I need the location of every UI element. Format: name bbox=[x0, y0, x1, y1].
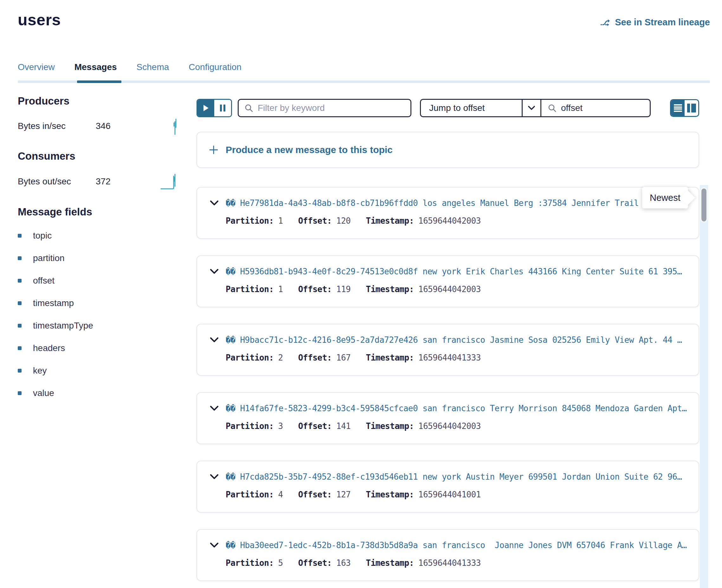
offset-value: 167 bbox=[336, 353, 351, 362]
partition-value: 1 bbox=[278, 285, 283, 294]
field-item-key[interactable]: key bbox=[18, 359, 180, 382]
field-item-headers[interactable]: headers bbox=[18, 337, 180, 359]
field-bullet-icon bbox=[18, 256, 22, 260]
field-item-value[interactable]: value bbox=[18, 382, 180, 404]
list-view-button[interactable] bbox=[671, 100, 685, 116]
message-row-header[interactable]: �� H5936db81-b943-4e0f-8c29-74513e0c0d8f… bbox=[210, 267, 690, 276]
message-row-header[interactable]: �� Hba30eed7-1edc-452b-8b1a-738d3b5d8a9a… bbox=[210, 541, 690, 550]
tab-schema[interactable]: Schema bbox=[137, 62, 169, 72]
chevron-down-icon[interactable] bbox=[210, 474, 219, 480]
offset-label: Offset: bbox=[298, 558, 332, 568]
offset-value: 120 bbox=[336, 216, 351, 226]
partition-label: Partition: bbox=[226, 285, 274, 294]
offset-search-input[interactable] bbox=[561, 103, 643, 113]
message-fields-heading: Message fields bbox=[18, 206, 180, 218]
message-card: �� He77981da-4a43-48ab-b8f8-cb71b96ffdd0… bbox=[197, 187, 699, 239]
view-mode-toggle bbox=[670, 99, 699, 117]
partition-label: Partition: bbox=[226, 558, 274, 568]
message-key-value: �� H9bacc71c-b12c-4216-8e95-2a7da727e426… bbox=[226, 335, 690, 345]
field-bullet-icon bbox=[18, 301, 22, 305]
list-view-icon bbox=[674, 104, 682, 113]
message-row-header[interactable]: �� H9bacc71c-b12c-4216-8e95-2a7da727e426… bbox=[210, 335, 690, 345]
tab-overview[interactable]: Overview bbox=[18, 62, 55, 72]
bytes-in-label: Bytes in/sec bbox=[18, 121, 96, 131]
message-list-scrollbar-thumb[interactable] bbox=[700, 188, 707, 223]
chevron-down-icon[interactable] bbox=[210, 405, 219, 411]
message-list: �� He77981da-4a43-48ab-b8f8-cb71b96ffdd0… bbox=[197, 187, 699, 581]
partition-label: Partition: bbox=[226, 216, 274, 226]
field-item-timestamp[interactable]: timestamp bbox=[18, 292, 180, 314]
field-label: headers bbox=[33, 343, 65, 353]
play-button[interactable] bbox=[198, 100, 214, 116]
offset-value: 163 bbox=[336, 558, 351, 568]
message-meta: Partition:4 Offset:127 Timestamp:1659644… bbox=[226, 490, 690, 499]
active-tab-indicator bbox=[77, 81, 121, 83]
field-item-timestamptype[interactable]: timestampType bbox=[18, 314, 180, 337]
field-bullet-icon bbox=[18, 391, 22, 395]
message-row-header[interactable]: �� H7cda825b-35b7-4952-88ef-c193d546eb11… bbox=[210, 472, 690, 482]
field-label: key bbox=[33, 365, 47, 376]
field-item-topic[interactable]: topic bbox=[18, 224, 180, 247]
consumers-heading: Consumers bbox=[18, 150, 180, 162]
field-label: offset bbox=[33, 276, 55, 286]
chevron-down-icon[interactable] bbox=[210, 542, 219, 548]
partition-value: 4 bbox=[278, 490, 283, 499]
field-item-partition[interactable]: partition bbox=[18, 247, 180, 269]
bytes-out-label: Bytes out/sec bbox=[18, 176, 96, 187]
message-row-header[interactable]: �� He77981da-4a43-48ab-b8f8-cb71b96ffdd0… bbox=[210, 198, 690, 208]
chevron-down-icon[interactable] bbox=[210, 269, 219, 274]
field-label: timestampType bbox=[33, 321, 93, 331]
jump-to-offset-group: Jump to offset bbox=[420, 99, 651, 117]
chevron-down-icon[interactable] bbox=[210, 337, 219, 343]
partition-label: Partition: bbox=[226, 490, 274, 499]
message-fields-list: topic partition offset timestamp timesta… bbox=[18, 224, 180, 404]
keyword-filter[interactable] bbox=[238, 99, 411, 117]
jump-select-chevron[interactable] bbox=[523, 100, 540, 116]
timestamp-value: 1659644042003 bbox=[418, 421, 481, 431]
message-meta: Partition:5 Offset:163 Timestamp:1659644… bbox=[226, 558, 690, 568]
tab-bar: Overview Messages Schema Configuration bbox=[18, 62, 710, 83]
keyword-filter-input[interactable] bbox=[258, 103, 405, 113]
newest-tooltip-label: Newest bbox=[650, 193, 680, 203]
message-key-value: �� Hba30eed7-1edc-452b-8b1a-738d3b5d8a9a… bbox=[226, 541, 690, 550]
produce-message-label: Produce a new message to this topic bbox=[226, 145, 393, 155]
chevron-down-icon bbox=[528, 106, 535, 110]
jump-to-offset-select[interactable]: Jump to offset bbox=[421, 100, 522, 116]
partition-value: 3 bbox=[278, 421, 283, 431]
tab-messages[interactable]: Messages bbox=[75, 62, 117, 72]
offset-value: 127 bbox=[336, 490, 351, 499]
message-meta: Partition:2 Offset:167 Timestamp:1659644… bbox=[226, 353, 690, 362]
play-pause-toggle bbox=[197, 99, 232, 117]
field-label: value bbox=[33, 388, 54, 398]
message-list-scrollbar-track[interactable] bbox=[700, 185, 708, 588]
timestamp-label: Timestamp: bbox=[366, 353, 414, 362]
consumers-metric-row: Bytes out/sec 372 bbox=[18, 172, 180, 191]
field-item-offset[interactable]: offset bbox=[18, 269, 180, 292]
lineage-arrow-icon bbox=[600, 18, 611, 27]
timestamp-value: 1659644041333 bbox=[418, 558, 481, 568]
producers-sparkline bbox=[165, 117, 180, 135]
producers-metric-row: Bytes in/sec 346 bbox=[18, 117, 180, 135]
partition-label: Partition: bbox=[226, 353, 274, 362]
producers-heading: Producers bbox=[18, 95, 180, 107]
pause-icon bbox=[220, 105, 225, 111]
timestamp-value: 1659644041333 bbox=[418, 353, 481, 362]
stream-lineage-link[interactable]: See in Stream lineage bbox=[600, 17, 710, 27]
tab-configuration[interactable]: Configuration bbox=[189, 62, 242, 72]
column-view-button[interactable] bbox=[685, 100, 698, 116]
message-card: �� H7cda825b-35b7-4952-88ef-c193d546eb11… bbox=[197, 461, 699, 512]
message-row-header[interactable]: �� H14fa67fe-5823-4299-b3c4-595845cfcae0… bbox=[210, 404, 690, 413]
offset-search[interactable] bbox=[541, 100, 650, 116]
field-bullet-icon bbox=[18, 234, 22, 238]
search-icon bbox=[548, 104, 557, 112]
field-label: partition bbox=[33, 253, 65, 263]
message-card: �� H9bacc71c-b12c-4216-8e95-2a7da727e426… bbox=[197, 324, 699, 376]
message-meta: Partition:3 Offset:141 Timestamp:1659644… bbox=[226, 421, 690, 431]
chevron-down-icon[interactable] bbox=[210, 200, 219, 206]
pause-button[interactable] bbox=[214, 100, 231, 116]
partition-value: 2 bbox=[278, 353, 283, 362]
produce-message-button[interactable]: Produce a new message to this topic bbox=[197, 132, 699, 168]
offset-label: Offset: bbox=[298, 421, 332, 431]
messages-panel: Jump to offset bbox=[197, 99, 699, 581]
timestamp-label: Timestamp: bbox=[366, 490, 414, 499]
